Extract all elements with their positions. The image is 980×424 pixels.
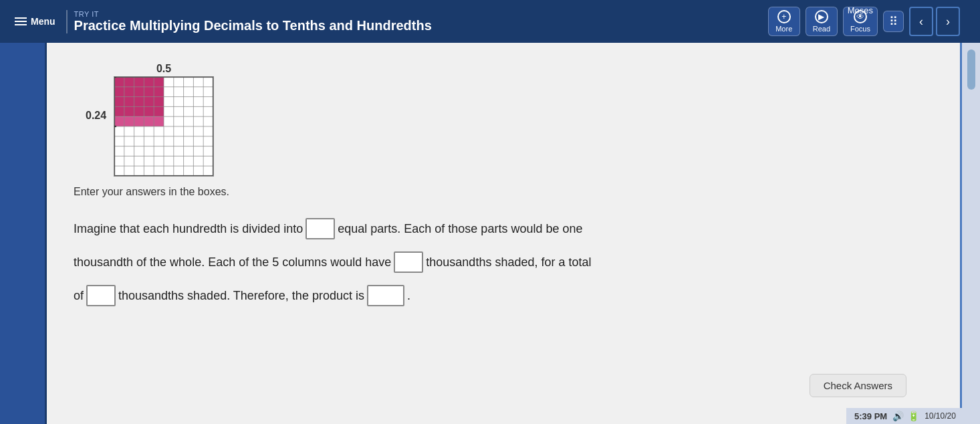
grid-button[interactable]: ⠿ [883,11,904,32]
nav-arrows: ‹ › [909,7,960,36]
q1-after: equal parts. Each of those parts would b… [338,219,582,239]
grid-with-labels: 0.5 0.24 [114,63,214,179]
nav-prev-button[interactable]: ‹ [909,7,933,36]
scrollbar-thumb[interactable] [967,49,975,90]
question-1: Imagine that each hundredth is divided i… [74,218,933,239]
more-button[interactable]: + More [768,7,800,36]
grid-visualization: 0.5 0.24 [74,63,933,179]
more-icon: + [777,10,791,23]
q3-period: . [407,286,410,306]
speaker-icon: 🔊 [892,411,904,421]
q1-answer-input[interactable] [305,218,335,239]
status-bar: 5:39 PM 🔊 🔋 10/10/20 [846,408,980,424]
hundredths-grid [114,76,214,177]
header-title-area: TRY IT Practice Multiplying Decimals to … [66,10,768,33]
nav-next-button[interactable]: › [936,7,960,36]
q2-before: thousandth of the whole. Each of the 5 c… [74,253,391,272]
right-sidebar [960,43,980,424]
question-1-line: Imagine that each hundredth is divided i… [74,218,933,239]
q3-middle: thousandths shaded. Therefore, the produ… [118,286,364,306]
left-sidebar [0,43,47,424]
grid-icon: ⠿ [889,14,898,29]
read-icon: ▶ [815,10,828,23]
svg-rect-2 [114,116,164,126]
decimal-top-label: 0.5 [114,63,214,75]
main-layout: 0.5 0.24 [0,43,980,424]
username: Moses [848,5,873,15]
instruction-text: Enter your answers in the boxes. [74,186,933,198]
read-button[interactable]: ▶ Read [806,7,838,36]
check-answers-button[interactable]: Check Answers [810,374,906,397]
try-it-label: TRY IT [74,10,768,18]
decimal-left-label: 0.24 [86,110,106,122]
read-label: Read [813,25,830,33]
q2-after: thousandths shaded, for a total [426,253,591,272]
menu-button[interactable]: Menu [7,11,64,32]
date-display: 10/10/20 [925,411,956,421]
menu-icon [15,17,27,25]
question-2: thousandth of the whole. Each of the 5 c… [74,251,933,273]
q2-answer-input[interactable] [394,251,423,273]
question-3: of thousandths shaded. Therefore, the pr… [74,285,933,306]
status-icons: 🔊 🔋 [892,411,919,421]
q3-of-label: of [74,286,84,306]
time-display: 5:39 PM [854,411,887,421]
content-area: 0.5 0.24 [47,43,960,424]
question-3-line: of thousandths shaded. Therefore, the pr… [74,285,933,306]
q1-before: Imagine that each hundredth is divided i… [74,219,303,239]
q3b-answer-input[interactable] [367,285,404,306]
header: Menu TRY IT Practice Multiplying Decimal… [0,0,980,43]
page-title: Practice Multiplying Decimals to Tenths … [74,18,768,33]
more-label: More [775,25,792,33]
q3a-answer-input[interactable] [86,285,116,306]
question-2-line: thousandth of the whole. Each of the 5 c… [74,251,933,273]
battery-icon: 🔋 [908,411,919,421]
menu-label: Menu [31,16,55,27]
focus-label: Focus [850,25,870,33]
